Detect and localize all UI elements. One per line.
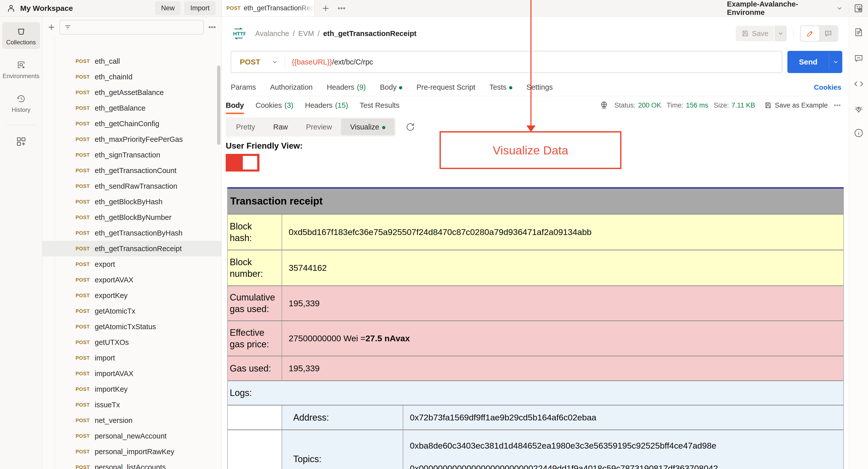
rail-item-environments[interactable]: Environments xyxy=(2,56,40,83)
sidebar-request-item[interactable]: POSTgetUTXOs xyxy=(42,335,221,350)
rail-item-history[interactable]: History xyxy=(2,90,40,116)
add-panel-icon[interactable] xyxy=(16,136,27,147)
environment-selector[interactable]: Example-Avalanche-Environme xyxy=(727,0,831,17)
request-tab-active[interactable]: POST eth_getTransactionRece xyxy=(222,0,314,17)
network-icon[interactable] xyxy=(599,100,609,110)
send-button[interactable]: Send xyxy=(787,51,842,73)
environment-area: Example-Avalanche-Environme xyxy=(727,0,868,17)
request-name: import xyxy=(95,354,115,362)
view-mode-preview[interactable]: Preview xyxy=(297,119,341,135)
sidebar-request-item[interactable]: POSTissueTx xyxy=(42,397,221,413)
sidebar-request-item[interactable]: POSTgetAtomicTxStatus xyxy=(42,319,221,335)
collections-sidebar: POSTeth_callPOSTeth_chainIdPOSTeth_getAs… xyxy=(42,17,222,469)
sidebar-request-item[interactable]: POSTpersonal_importRawKey xyxy=(42,444,221,460)
url-input[interactable]: {{baseURL}}/ext/bc/C/rpc xyxy=(292,58,373,66)
response-tab-headers[interactable]: Headers(15) xyxy=(305,96,348,114)
friendly-view-toggle[interactable] xyxy=(226,154,259,171)
comments-icon[interactable] xyxy=(854,53,864,63)
sidebar-request-item[interactable]: POSTimport xyxy=(42,350,221,366)
sidebar-request-item[interactable]: POSTexportKey xyxy=(42,288,221,303)
sidebar-request-item[interactable]: POSTpersonal_listAccounts xyxy=(42,460,221,469)
comments-button[interactable] xyxy=(819,26,837,41)
response-tab-body[interactable]: Body xyxy=(226,96,244,114)
status-value[interactable]: 200 OK xyxy=(638,101,661,109)
request-tab-headers[interactable]: Headers(9) xyxy=(327,83,366,91)
chevron-down-icon[interactable] xyxy=(836,5,843,12)
code-icon[interactable] xyxy=(854,79,864,89)
sidebar-request-item[interactable]: POSTimportKey xyxy=(42,381,221,397)
sidebar-request-item[interactable]: POSTnet_version xyxy=(42,413,221,428)
sidebar-request-item[interactable]: POSTeth_chainId xyxy=(42,69,221,85)
edit-mode-button[interactable] xyxy=(801,26,819,41)
info-icon[interactable] xyxy=(854,128,864,138)
sidebar-request-item[interactable]: POSTexport xyxy=(42,256,221,272)
value-text: 35744162 xyxy=(289,263,327,273)
request-method-badge: POST xyxy=(75,371,90,377)
new-tab-icon[interactable] xyxy=(321,4,330,12)
view-mode-raw[interactable]: Raw xyxy=(264,119,297,135)
breadcrumb-request[interactable]: eth_getTransactionReceipt xyxy=(323,29,416,38)
hash-value: 0x72b73fa1569df9ff1ae9b29cd5b164af6c02eb… xyxy=(410,413,596,423)
sidebar-request-item[interactable]: POSTeth_getAssetBalance xyxy=(42,85,221,100)
request-name: exportKey xyxy=(95,291,128,300)
sidebar-request-item[interactable]: POSTeth_call xyxy=(42,53,221,69)
send-options-chevron-icon[interactable] xyxy=(829,51,842,73)
sidebar-filter-input[interactable] xyxy=(59,20,204,34)
sidebar-request-item[interactable]: POSTeth_getTransactionCount xyxy=(42,163,221,178)
workspace-title[interactable]: My Workspace xyxy=(20,4,73,12)
sidebar-request-item[interactable]: POSTexportAVAX xyxy=(42,272,221,288)
save-options-chevron-icon[interactable] xyxy=(775,26,787,41)
rail-item-label: Environments xyxy=(2,72,39,80)
cookies-link[interactable]: Cookies xyxy=(814,83,841,91)
sidebar-request-item[interactable]: POSTeth_signTransaction xyxy=(42,147,221,163)
method-chevron-icon[interactable] xyxy=(272,59,278,65)
lightbulb-icon[interactable] xyxy=(854,105,864,115)
sidebar-request-item[interactable]: POSTeth_getBlockByNumber xyxy=(42,210,221,225)
response-more-options-icon[interactable] xyxy=(833,101,841,109)
request-tab-tests[interactable]: Tests xyxy=(489,83,512,91)
breadcrumb-collection[interactable]: Avalanche xyxy=(255,29,289,38)
request-tab-authorization[interactable]: Authorization xyxy=(270,83,313,91)
breadcrumb-folder[interactable]: EVM xyxy=(298,29,314,38)
sidebar-request-item[interactable]: POSTeth_getTransactionByHash xyxy=(42,225,221,241)
add-collection-icon[interactable] xyxy=(48,23,55,31)
sidebar-request-item[interactable]: POSTeth_getBlockByHash xyxy=(42,194,221,210)
request-tab-body[interactable]: Body xyxy=(380,83,402,91)
sidebar-request-item[interactable]: POSTeth_maxPriorityFeePerGas xyxy=(42,131,221,147)
new-button[interactable]: New xyxy=(155,1,181,15)
sidebar-more-options-icon[interactable] xyxy=(208,23,216,31)
sidebar-request-item[interactable]: POSTeth_getTransactionReceipt xyxy=(42,241,221,256)
save-as-example-button[interactable]: Save as Example xyxy=(764,101,828,109)
sidebar-request-item[interactable]: POSTgetAtomicTx xyxy=(42,303,221,319)
sidebar-request-item[interactable]: POSTeth_sendRawTransaction xyxy=(42,178,221,194)
tab-more-options-icon[interactable] xyxy=(337,4,346,13)
rail-item-collections[interactable]: Collections xyxy=(2,22,40,49)
log-spacer-cell xyxy=(228,406,282,430)
environment-quick-look-icon[interactable] xyxy=(854,3,864,13)
sidebar-request-item[interactable]: POSTimportAVAX xyxy=(42,366,221,381)
sidebar-scrollbar[interactable] xyxy=(217,65,220,145)
annotation-label: Visualize Data xyxy=(493,143,568,157)
sidebar-request-item[interactable]: POSTpersonal_newAccount xyxy=(42,428,221,444)
request-panel: HTTP Avalanche / EVM / eth_getTransactio… xyxy=(222,17,849,469)
response-view-switcher: PrettyRawPreviewVisualize xyxy=(226,117,396,136)
method-select[interactable]: POST xyxy=(240,58,260,66)
time-value[interactable]: 156 ms xyxy=(686,101,708,109)
request-tab-params[interactable]: Params xyxy=(231,83,256,91)
documentation-icon[interactable] xyxy=(854,27,864,37)
sidebar-request-item[interactable]: POSTeth_getBalance xyxy=(42,100,221,116)
request-tab-pre-request-script[interactable]: Pre-request Script xyxy=(416,83,475,91)
sidebar-request-item[interactable]: POSTeth_getChainConfig xyxy=(42,116,221,131)
response-tab-test-results[interactable]: Test Results xyxy=(360,96,400,114)
app-window: My Workspace New Import POST eth_getTran… xyxy=(0,0,868,469)
response-tab-cookies[interactable]: Cookies(3) xyxy=(256,96,293,114)
user-icon[interactable] xyxy=(6,4,16,13)
view-mode-visualize[interactable]: Visualize xyxy=(341,119,395,135)
save-button[interactable]: Save xyxy=(736,26,774,41)
view-mode-pretty[interactable]: Pretty xyxy=(227,119,264,135)
refresh-icon[interactable] xyxy=(405,122,415,132)
size-value[interactable]: 7.11 KB xyxy=(732,101,755,109)
request-name: importAVAX xyxy=(95,370,133,378)
row-value: 35744162 xyxy=(282,250,843,285)
import-button[interactable]: Import xyxy=(184,1,216,15)
